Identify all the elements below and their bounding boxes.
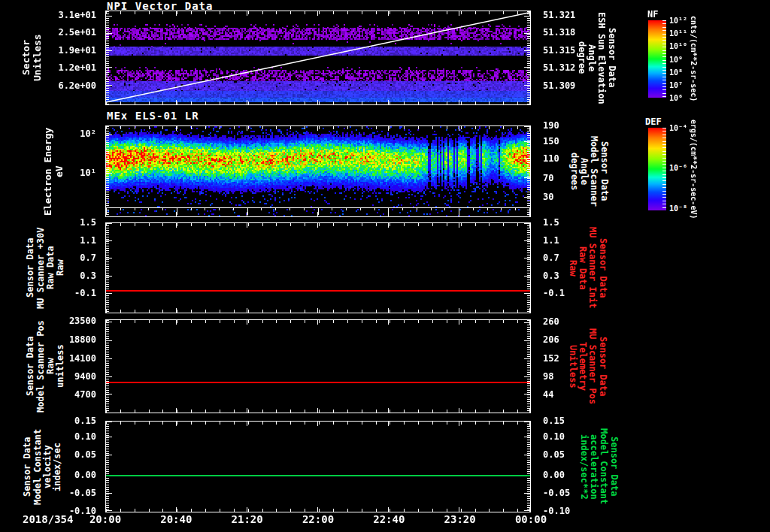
minor-ticks-top xyxy=(106,223,530,226)
tick-label: 3.1e+01 xyxy=(58,10,96,20)
yticks-right-els: 1901501107030 xyxy=(540,125,587,217)
tick-label: 110 xyxy=(543,153,559,164)
tick-label: 10⁸ xyxy=(669,68,683,76)
x-major-tick xyxy=(317,308,318,313)
x-major-tick xyxy=(459,422,459,426)
panel-mu-scanner-30v xyxy=(105,222,531,313)
y-major-tick xyxy=(524,510,530,511)
y-major-tick xyxy=(106,293,112,294)
y-major-tick xyxy=(524,159,530,159)
x-major-tick xyxy=(176,422,177,426)
tick-label: 51.321 xyxy=(543,10,575,20)
colorbar-nf-title: NF xyxy=(647,9,658,20)
y-major-tick xyxy=(524,455,530,455)
x-major-tick xyxy=(388,408,389,413)
y-major-tick xyxy=(524,276,530,277)
tick-label: 0.05 xyxy=(74,449,96,460)
y-major-tick xyxy=(106,422,112,422)
tick-label: 10⁹ xyxy=(669,55,683,63)
y-major-tick xyxy=(106,493,112,494)
x-tick-label: 21:20 xyxy=(232,513,263,525)
tick-label: 51.315 xyxy=(543,45,575,56)
x-major-tick xyxy=(459,11,459,16)
minor-ticks-right xyxy=(527,223,530,313)
els-spectrogram-canvas xyxy=(106,126,530,216)
tick-label: -0.05 xyxy=(69,488,96,498)
tick-label: 0.7 xyxy=(543,252,559,263)
model-scanner-pos-data-line xyxy=(106,382,530,383)
x-major-tick xyxy=(388,212,389,216)
yticks-right-model-constant-velocity: 0.150.100.050.00-0.05-0.10 xyxy=(540,421,587,512)
tick-label: 0.00 xyxy=(543,470,565,480)
tick-label: -0.10 xyxy=(543,506,570,516)
tick-label: 1.5 xyxy=(80,217,96,228)
colorbar-nf-unit-label: cnts/(cm**2-sr-sec) xyxy=(684,14,702,104)
tick-label: -0.05 xyxy=(543,488,570,498)
y-major-tick xyxy=(524,422,530,422)
y-major-tick xyxy=(106,135,112,135)
tick-label: 10² xyxy=(80,128,96,139)
x-major-tick xyxy=(247,126,247,131)
x-major-tick xyxy=(459,507,459,512)
minor-ticks-bottom xyxy=(106,410,530,413)
y-major-tick xyxy=(524,50,530,51)
y-major-tick xyxy=(106,223,112,224)
y-major-tick xyxy=(524,240,530,241)
tick-label: 51.309 xyxy=(543,80,575,91)
tick-label: -0.1 xyxy=(74,288,96,298)
panel-model-constant-velocity xyxy=(105,421,531,512)
tick-label: 98 xyxy=(543,371,553,382)
panel-npi-spectrogram xyxy=(105,11,531,105)
yticks-left-model-scanner-pos: 23500188001410094004700 xyxy=(0,319,101,413)
minor-ticks-top xyxy=(106,320,530,323)
y-major-tick xyxy=(524,322,530,323)
y-major-tick xyxy=(524,223,530,224)
x-major-tick xyxy=(459,100,459,104)
x-major-tick xyxy=(459,126,459,131)
x-major-tick xyxy=(317,126,318,131)
x-major-tick xyxy=(317,223,318,228)
x-major-tick xyxy=(529,212,530,216)
tick-label: 1.1 xyxy=(543,235,559,246)
x-major-tick xyxy=(105,100,106,104)
tick-label: 206 xyxy=(543,334,559,345)
y-major-tick xyxy=(106,173,112,174)
x-major-tick xyxy=(317,422,318,426)
tick-label: 44 xyxy=(543,389,553,400)
y-major-tick xyxy=(524,67,530,68)
y-major-tick xyxy=(106,50,112,51)
yticks-right-npi: 51.32151.31851.31551.31251.309 xyxy=(540,11,587,105)
y-major-tick xyxy=(106,340,112,341)
x-major-tick xyxy=(105,212,106,216)
tick-label: 1.2e+01 xyxy=(58,62,96,73)
x-major-tick xyxy=(176,507,177,512)
x-axis-tick-labels: 20:0020:4021:2022:0022:4023:2000:00 xyxy=(105,513,531,527)
x-major-tick xyxy=(247,11,247,16)
tick-label: 0.3 xyxy=(80,271,96,281)
tick-label: 9400 xyxy=(74,371,96,382)
colorbar-def-title: DEF xyxy=(645,116,662,127)
tick-label: 1.1 xyxy=(80,235,96,246)
x-major-tick xyxy=(459,212,459,216)
x-major-tick xyxy=(459,308,459,313)
x-major-tick xyxy=(176,320,177,325)
x-major-tick xyxy=(105,126,106,131)
tick-label: 190 xyxy=(543,120,559,131)
x-major-tick xyxy=(317,320,318,325)
tick-label: 260 xyxy=(543,316,559,327)
tick-label: 0.10 xyxy=(543,431,565,442)
x-major-tick xyxy=(459,320,459,325)
tick-label: 30 xyxy=(543,192,553,202)
tick-label: 23500 xyxy=(69,316,96,326)
x-major-tick xyxy=(105,11,106,16)
tick-label: 0.05 xyxy=(543,449,565,460)
x-tick-label: 20:00 xyxy=(89,513,121,525)
y-major-tick xyxy=(524,340,530,341)
x-major-tick xyxy=(388,308,389,313)
tick-label: 2.5e+01 xyxy=(58,27,96,38)
tick-label: 0.15 xyxy=(543,416,565,426)
x-major-tick xyxy=(176,100,177,104)
x-major-tick xyxy=(388,100,389,104)
x-major-tick xyxy=(388,507,389,512)
y-major-tick xyxy=(106,85,112,86)
